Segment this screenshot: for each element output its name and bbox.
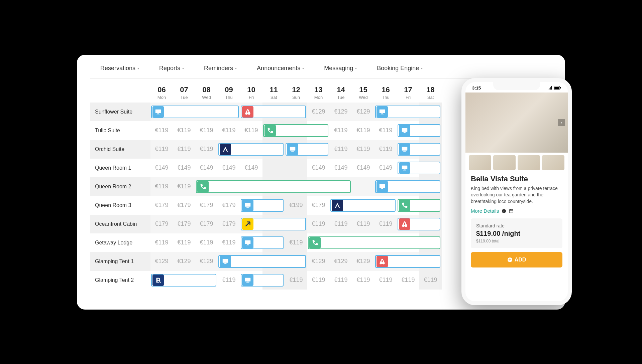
date-header[interactable]: 08Wed	[195, 83, 218, 103]
date-header[interactable]: 13Mon	[307, 83, 330, 103]
date-header[interactable]: 07Tue	[173, 83, 195, 103]
calendar-cell[interactable]: €179	[150, 215, 173, 233]
calendar-cell[interactable]	[330, 196, 352, 215]
calendar-cell[interactable]	[374, 252, 397, 271]
booking-bar[interactable]	[263, 124, 328, 137]
booking-bar[interactable]	[330, 199, 396, 212]
calendar-cell[interactable]: €119	[173, 140, 195, 159]
date-header[interactable]: 14Tue	[330, 83, 352, 103]
calendar-cell[interactable]	[262, 159, 285, 177]
calendar-cell[interactable]: €119	[419, 271, 442, 290]
calendar-cell[interactable]: €119	[285, 233, 307, 252]
room-label[interactable]: Glamping Tent 1	[90, 252, 150, 271]
calendar-cell[interactable]: €129	[330, 103, 352, 121]
calendar-cell[interactable]: €129	[352, 103, 374, 121]
booking-bar[interactable]	[398, 199, 440, 212]
calendar-cell[interactable]: €119	[330, 215, 352, 233]
calendar-cell[interactable]: €119	[195, 140, 218, 159]
calendar-cell[interactable]: €129	[307, 103, 330, 121]
room-label[interactable]: Glamping Tent 2	[90, 271, 150, 290]
calendar-cell[interactable]: €119	[195, 233, 218, 252]
date-header[interactable]: 16Thu	[374, 83, 397, 103]
date-header[interactable]: 11Sat	[262, 83, 285, 103]
booking-bar[interactable]	[218, 143, 284, 156]
calendar-cell[interactable]	[285, 140, 307, 159]
calendar-cell[interactable]	[240, 233, 262, 252]
calendar-cell[interactable]: €179	[195, 215, 218, 233]
calendar-cell[interactable]: €119	[218, 271, 240, 290]
calendar-cell[interactable]: €149	[195, 159, 218, 177]
calendar-cell[interactable]: €149	[173, 159, 195, 177]
date-header[interactable]: 09Thu	[218, 83, 240, 103]
calendar-cell[interactable]: €119	[307, 215, 330, 233]
calendar-cell[interactable]: €179	[218, 196, 240, 215]
booking-bar[interactable]	[241, 106, 306, 118]
calendar-cell[interactable]: €119	[330, 271, 352, 290]
calendar-cell[interactable]: €149	[218, 159, 240, 177]
calendar-cell[interactable]	[150, 271, 173, 290]
calendar-cell[interactable]: €129	[352, 252, 374, 271]
booking-bar[interactable]	[218, 255, 306, 268]
calendar-cell[interactable]: €119	[330, 140, 352, 159]
room-label[interactable]: Orchid Suite	[90, 140, 150, 159]
booking-bar[interactable]	[241, 236, 284, 249]
room-label[interactable]: Getaway Lodge	[90, 233, 150, 252]
booking-bar[interactable]	[241, 199, 284, 212]
date-header[interactable]: 06Mon	[150, 83, 173, 103]
nav-item-announcements[interactable]: Announcements▾	[257, 65, 304, 72]
calendar-cell[interactable]	[307, 233, 330, 252]
calendar-cell[interactable]: €149	[352, 159, 374, 177]
thumbnail[interactable]	[542, 155, 564, 170]
thumbnail[interactable]	[469, 155, 491, 170]
calendar-cell[interactable]: €179	[195, 196, 218, 215]
booking-bar[interactable]	[308, 236, 440, 249]
calendar-cell[interactable]: €119	[352, 121, 374, 140]
calendar-cell[interactable]: €119	[352, 271, 374, 290]
add-button[interactable]: ADD	[471, 252, 562, 267]
room-label[interactable]: Tulip Suite	[90, 121, 150, 140]
calendar-cell[interactable]: €119	[150, 140, 173, 159]
date-header[interactable]: 18Sat	[419, 83, 442, 103]
calendar-cell[interactable]: €119	[150, 177, 173, 196]
booking-bar[interactable]	[151, 106, 239, 118]
calendar-cell[interactable]	[218, 140, 240, 159]
booking-bar[interactable]	[398, 162, 440, 174]
calendar-cell[interactable]	[397, 121, 419, 140]
room-label[interactable]: Queen Room 1	[90, 159, 150, 177]
calendar-cell[interactable]: €179	[218, 215, 240, 233]
calendar-cell[interactable]: €129	[330, 252, 352, 271]
calendar-cell[interactable]: €129	[195, 252, 218, 271]
calendar-cell[interactable]	[352, 177, 374, 196]
calendar-cell[interactable]: €119	[218, 121, 240, 140]
nav-item-reports[interactable]: Reports▾	[159, 65, 184, 72]
room-label[interactable]: Queen Room 2	[90, 177, 150, 196]
calendar-cell[interactable]: €119	[307, 271, 330, 290]
calendar-cell[interactable]: €179	[173, 215, 195, 233]
calendar-cell[interactable]: €119	[285, 271, 307, 290]
nav-item-messaging[interactable]: Messaging▾	[324, 65, 357, 72]
calendar-cell[interactable]: €119	[195, 121, 218, 140]
calendar-cell[interactable]: €119	[218, 233, 240, 252]
booking-bar[interactable]	[398, 218, 440, 230]
calendar-cell[interactable]: €119	[374, 271, 397, 290]
calendar-cell[interactable]: €119	[352, 215, 374, 233]
room-label[interactable]: Sunflower Suite	[90, 103, 150, 121]
calendar-cell[interactable]: €119	[240, 121, 262, 140]
thumbnail[interactable]	[493, 155, 516, 170]
calendar-cell[interactable]: €119	[330, 121, 352, 140]
date-header[interactable]: 10Fri	[240, 83, 262, 103]
calendar-cell[interactable]: €149	[374, 159, 397, 177]
booking-bar[interactable]	[398, 124, 440, 137]
booking-bar[interactable]	[241, 218, 306, 230]
room-label[interactable]: Oceanfront Cabin	[90, 215, 150, 233]
date-header[interactable]: 17Fri	[397, 83, 419, 103]
calendar-cell[interactable]: €149	[330, 159, 352, 177]
calendar-cell[interactable]	[285, 159, 307, 177]
calendar-cell[interactable]	[240, 196, 262, 215]
room-hero-image[interactable]: ›	[465, 93, 568, 153]
calendar-cell[interactable]: €129	[173, 252, 195, 271]
booking-bar[interactable]	[151, 274, 216, 287]
booking-bar[interactable]	[196, 180, 351, 193]
calendar-cell[interactable]: €199	[285, 196, 307, 215]
booking-bar[interactable]	[375, 106, 440, 118]
